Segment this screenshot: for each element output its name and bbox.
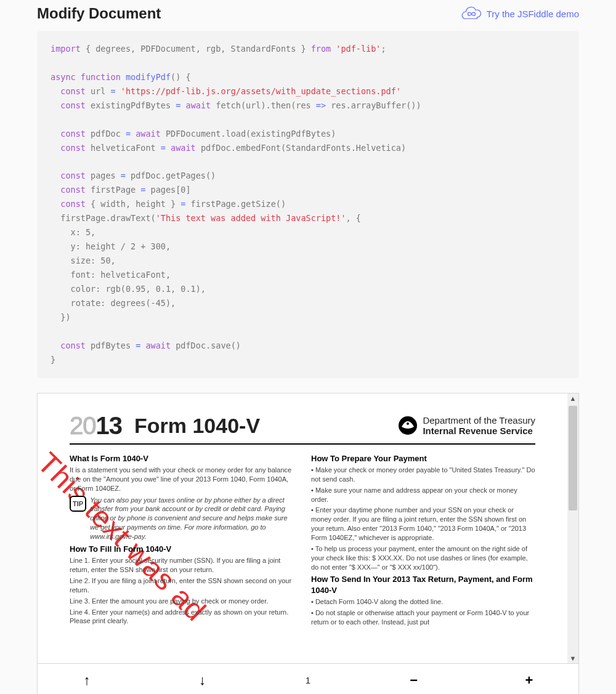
prev-page-button[interactable]: ↑ [75,672,99,689]
form-year: 2013 [70,412,122,440]
form-left-column: What Is Form 1040-V It is a statement yo… [70,451,294,629]
next-page-button[interactable]: ↓ [190,672,214,689]
heading-how-send: How To Send In Your 2013 Tax Return, Pay… [311,574,535,595]
dept-line-1: Department of the Treasury [423,415,535,426]
irs-eagle-icon [398,416,418,435]
cloud-icon [460,6,482,21]
bullet-4: • To help us process your payment, enter… [311,544,535,572]
scrollbar-track[interactable] [567,403,578,653]
zoom-out-button[interactable]: − [402,672,426,689]
bullet-3: • Enter your daytime phone number and yo… [311,506,535,542]
svg-point-1 [407,422,409,425]
bullet-5: • Detach Form 1040-V along the dotted li… [311,597,535,607]
scrollbar[interactable]: ▲ ▼ [567,393,578,663]
scrollbar-thumb[interactable] [569,406,577,510]
pdf-document: This text was ad 2013 Form 1040-V Depart… [38,393,567,629]
heading-how-fill: How To Fill In Form 1040-V [70,544,294,555]
pdf-viewer-panel: ▲ ▼ This text was ad 2013 Form 1040-V De… [37,393,579,694]
viewer-controls: ↑ ↓ 1 − + [38,663,578,694]
dept-line-2: Internal Revenue Service [423,426,535,436]
code-block: import { degrees, PDFDocument, rgb, Stan… [37,31,579,378]
page-title: Modify Document [37,5,161,22]
page-number: 1 [306,675,310,685]
jsfiddle-demo-label: Try the JSFiddle demo [487,9,579,19]
jsfiddle-demo-link[interactable]: Try the JSFiddle demo [460,6,579,21]
form-title: Form 1040-V [134,414,260,438]
form-right-column: How To Prepare Your Payment • Make your … [311,451,535,629]
zoom-in-button[interactable]: + [517,672,541,689]
bullet-6: • Do not staple or otherwise attach your… [311,608,535,627]
heading-prepare-payment: How To Prepare Your Payment [311,453,535,464]
irs-dept-block: Department of the Treasury Internal Reve… [398,415,535,437]
heading-what-is: What Is Form 1040-V [70,453,294,464]
form-header: 2013 Form 1040-V Department of the Treas… [70,412,535,445]
scroll-down-icon[interactable]: ▼ [570,653,577,663]
line3-text: Line 3. Enter the amount you are paying … [70,597,294,606]
tip-badge: TIP [70,496,86,512]
line4-text: Line 4. Enter your name(s) and address e… [70,608,294,626]
scroll-up-icon[interactable]: ▲ [570,393,577,403]
what-is-text: It is a statement you send with your che… [70,466,294,493]
line1-text: Line 1. Enter your social security numbe… [70,556,294,575]
tip-text: You can also pay your taxes online or by… [90,496,294,541]
tip-block: TIP You can also pay your taxes online o… [70,496,294,541]
pdf-viewport[interactable]: ▲ ▼ This text was ad 2013 Form 1040-V De… [38,393,578,663]
bullet-1: • Make your check or money order payable… [311,466,535,484]
line2-text: Line 2. If you are filing a joint return… [70,576,294,595]
bullet-2: • Make sure your name and address appear… [311,486,535,504]
